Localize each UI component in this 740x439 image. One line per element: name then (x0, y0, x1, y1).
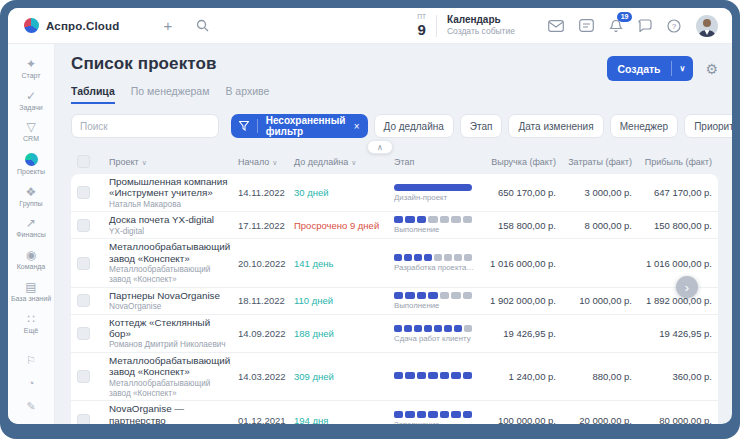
calendar-date-widget[interactable]: ПТ 9 (417, 14, 426, 37)
sidebar-item-label: Финансы (16, 231, 45, 239)
scroll-right-button[interactable]: › (676, 276, 698, 298)
project-cell[interactable]: Промышленная компания «Инструмент учител… (109, 176, 234, 209)
table-row[interactable]: Доска почета YX-digital YX-digital 17.11… (71, 212, 718, 239)
bell-icon[interactable]: 19 (609, 19, 623, 33)
stage-segment (440, 372, 449, 379)
row-checkbox[interactable] (77, 294, 90, 307)
col-header-project[interactable]: Проект∨ (109, 157, 234, 167)
row-checkbox[interactable] (77, 370, 90, 383)
deadline-text: 309 дней (294, 371, 390, 382)
quick-add-button[interactable]: + (164, 18, 173, 33)
project-cell[interactable]: Металлообрабатывающий завод «Конспект» М… (109, 355, 234, 398)
mail-icon[interactable] (548, 20, 564, 32)
select-all-checkbox[interactable] (77, 155, 90, 168)
sidebar-item[interactable]: ✦ Старт (8, 54, 54, 85)
create-dropdown-caret[interactable]: ∨ (672, 64, 694, 73)
chat-icon[interactable] (638, 19, 652, 32)
global-search-icon[interactable] (196, 19, 209, 32)
row-checkbox[interactable] (77, 327, 90, 340)
table-row[interactable]: Металлообрабатывающий завод «Конспект» М… (71, 239, 718, 287)
calendar-shortcut[interactable]: Календарь Создать событие (447, 14, 515, 37)
stage-cell: Выполнение (394, 292, 482, 310)
page-settings-gear-icon[interactable]: ⚙ (705, 62, 718, 76)
col-header-start[interactable]: Начало∨ (238, 157, 290, 167)
profit-value: 80 000,00 р. (636, 415, 712, 424)
filter-chip-close-icon[interactable]: × (352, 121, 368, 132)
stage-segment (394, 254, 402, 261)
sidebar-item-icon: ❖ (26, 186, 37, 198)
stage-segment (444, 254, 452, 261)
filter-button[interactable]: Менеджер (610, 114, 679, 138)
view-tab[interactable]: В архиве (225, 85, 269, 104)
sidebar-item[interactable]: ● Проекты (8, 149, 54, 181)
row-checkbox[interactable] (77, 219, 90, 232)
revenue-value: 1 016 000,00 р. (486, 258, 556, 269)
stage-segment (394, 411, 403, 418)
stage-segment (417, 216, 426, 223)
row-checkbox[interactable] (77, 186, 90, 199)
sidebar-item[interactable]: ∷ Ещё (8, 309, 54, 340)
main-content: Список проектов Создать ∨ ⚙ Таблица (55, 44, 732, 424)
filter-button[interactable]: Приоритет (684, 114, 732, 138)
stage-segment (414, 325, 422, 332)
calendar-create-event: Создать событие (447, 26, 515, 37)
sidebar-utility-icon[interactable]: ◔ (28, 378, 35, 389)
filter-button[interactable]: Дата изменения (508, 114, 603, 138)
project-cell[interactable]: NovaOrganise — партнерство NovaOrganise (109, 403, 234, 424)
table-row[interactable]: Металлообрабатывающий завод «Конспект» М… (71, 353, 718, 401)
view-tab[interactable]: По менеджерам (131, 85, 210, 104)
table-row[interactable]: Промышленная компания «Инструмент учител… (71, 174, 718, 212)
help-icon[interactable]: ? (667, 19, 681, 33)
create-button[interactable]: Создать ∨ (607, 56, 693, 81)
stage-segment (417, 372, 426, 379)
stage-segment (463, 372, 472, 379)
project-cell[interactable]: Партнеры NovaOrganise NovaOrganise (109, 290, 234, 312)
sidebar-utility-icon[interactable]: ⚐ (26, 355, 36, 366)
sidebar-item[interactable]: ↗ Финансы (8, 213, 54, 244)
notes-icon[interactable] (579, 19, 594, 32)
stage-segment (451, 216, 460, 223)
stage-segment (463, 411, 472, 418)
sidebar-item[interactable]: ❖ Группы (8, 182, 54, 213)
project-subtitle: Металлообрабатывающий завод «Конспект» (109, 379, 234, 399)
notification-badge: 19 (617, 12, 632, 22)
col-header-deadline[interactable]: До дедлайна∨ (294, 157, 390, 167)
table-row[interactable]: NovaOrganise — партнерство NovaOrganise … (71, 401, 718, 424)
unsaved-filter-chip[interactable]: Несохраненный фильтр × (231, 114, 368, 138)
view-tab[interactable]: Таблица (71, 85, 115, 104)
stage-cell (394, 372, 482, 381)
project-cell[interactable]: Коттедж «Стеклянный бор» Романов Дмитрий… (109, 317, 234, 350)
user-avatar[interactable] (696, 15, 718, 37)
search-input[interactable] (71, 114, 219, 138)
stage-segment (444, 325, 452, 332)
sidebar-item[interactable]: ✓ Задачи (8, 86, 54, 117)
stage-label: Дизайн-проект (394, 193, 476, 202)
sidebar-item-icon: ▽ (26, 121, 35, 133)
table-row[interactable]: Партнеры NovaOrganise NovaOrganise 18.11… (71, 288, 718, 315)
table-row[interactable]: Коттедж «Стеклянный бор» Романов Дмитрий… (71, 315, 718, 353)
stage-segment (405, 411, 414, 418)
col-header-revenue[interactable]: Выручка (факт) (486, 157, 556, 167)
sidebar: ✦ Старт ✓ Задачи ▽ CRM ● (8, 44, 55, 424)
stage-label: Сдача работ клиенту (394, 334, 476, 343)
stage-progress-bar (394, 292, 472, 299)
stage-segment (451, 411, 460, 418)
col-header-stage[interactable]: Этап (394, 157, 482, 167)
filter-button[interactable]: До дедлайна (374, 114, 454, 138)
row-checkbox[interactable] (77, 257, 90, 270)
sidebar-utility-icon[interactable]: ✎ (26, 401, 35, 412)
sidebar-item[interactable]: ◉ Команда (8, 245, 54, 276)
create-button-label: Создать (607, 63, 670, 75)
collapse-table-pill[interactable]: ∧ (367, 140, 393, 154)
row-checkbox[interactable] (77, 414, 90, 424)
sidebar-item[interactable]: ▤ База знаний (8, 277, 54, 308)
filter-button[interactable]: Этап (460, 114, 503, 138)
project-cell[interactable]: Доска почета YX-digital YX-digital (109, 214, 234, 236)
sort-caret-icon: ∨ (351, 159, 356, 166)
project-cell[interactable]: Металлообрабатывающий завод «Конспект» М… (109, 241, 234, 284)
sidebar-item-label: Команда (17, 263, 46, 271)
sidebar-item[interactable]: ▽ CRM (8, 117, 54, 148)
app-logo[interactable]: Аспро.Cloud (24, 18, 120, 33)
col-header-costs[interactable]: Затраты (факт) (560, 157, 632, 167)
col-header-profit[interactable]: Прибыль (факт) (636, 157, 712, 167)
